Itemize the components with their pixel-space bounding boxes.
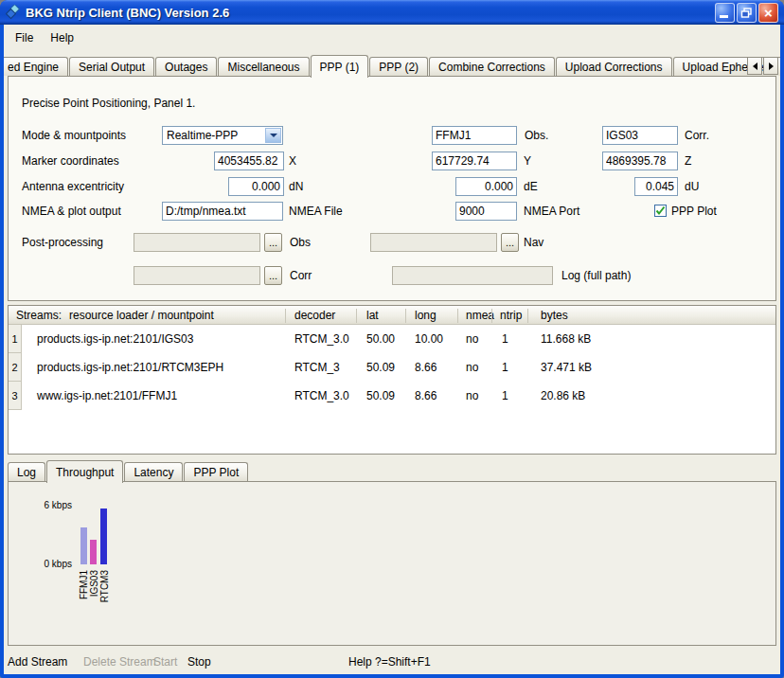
antenna-du-field[interactable]: [634, 177, 678, 196]
tab-feed-engine[interactable]: ed Engine: [4, 57, 68, 76]
cell-ntrip: 1: [502, 382, 508, 410]
add-stream-button[interactable]: Add Stream: [8, 651, 67, 674]
post-log-label: Log (full path): [561, 266, 631, 285]
streams-table-header: Streams: resource loader / mountpoint de…: [9, 306, 775, 325]
corr-label: Corr.: [685, 126, 709, 145]
z-label: Z: [685, 152, 691, 170]
cell-mountpoint: products.igs-ip.net:2101/RTCM3EPH: [37, 353, 223, 382]
cell-nmea: no: [466, 325, 478, 353]
combo-dropdown-button[interactable]: [265, 128, 281, 143]
marker-y-field[interactable]: [432, 152, 517, 170]
cell-nmea: no: [466, 353, 478, 382]
cell-decoder: RTCM_3.0: [294, 382, 349, 410]
nmea-port-label: NMEA Port: [524, 202, 579, 221]
cell-long: 8.66: [415, 382, 437, 410]
row-number: 2: [9, 353, 22, 382]
cell-ntrip: 1: [502, 325, 508, 353]
post-nav-field[interactable]: [370, 233, 497, 252]
ppp-plot-checkbox[interactable]: [654, 205, 667, 217]
header-ntrip: ntrip: [500, 309, 522, 322]
cell-bytes: 37.471 kB: [541, 353, 592, 382]
post-obs-field[interactable]: [134, 233, 260, 252]
header-decoder: decoder: [294, 309, 335, 322]
app-icon: [6, 5, 21, 20]
cell-ntrip: 1: [502, 353, 508, 382]
start-button[interactable]: Start: [153, 651, 177, 674]
cell-lat: 50.09: [366, 382, 395, 410]
post-corr-browse-button[interactable]: ...: [264, 266, 282, 285]
tab-log[interactable]: Log: [8, 462, 45, 481]
post-obs-label: Obs: [290, 233, 311, 252]
cell-bytes: 11.668 kB: [541, 325, 591, 353]
ppp-panel-title: Precise Point Positioning, Panel 1.: [22, 94, 195, 113]
cell-long: 8.66: [415, 353, 437, 382]
menu-file[interactable]: File: [7, 29, 42, 46]
post-log-field[interactable]: [392, 266, 553, 285]
restore-button[interactable]: [737, 3, 757, 23]
checkmark-icon: [655, 205, 666, 216]
tab-upload-corrections[interactable]: Upload Corrections: [556, 57, 672, 76]
tab-scrollers: [746, 57, 778, 75]
minimize-button[interactable]: [715, 3, 735, 23]
menu-bar: File Help: [4, 27, 780, 47]
header-long: long: [415, 309, 437, 322]
tab-ppp-2[interactable]: PPP (2): [369, 57, 428, 76]
row-number: 3: [9, 382, 22, 410]
chart-bar-ffmj1: [80, 527, 87, 564]
tab-throughput[interactable]: Throughput: [46, 460, 123, 483]
corr-mountpoint-field[interactable]: [602, 126, 678, 145]
tab-serial-output[interactable]: Serial Output: [69, 57, 154, 76]
post-corr-field[interactable]: [134, 266, 260, 285]
mode-mountpoints-label: Mode & mountpoints: [22, 126, 126, 145]
post-corr-label: Corr: [290, 266, 312, 285]
streams-table: Streams: resource loader / mountpoint de…: [8, 305, 776, 455]
obs-label: Obs.: [525, 126, 548, 145]
header-nmea: nmea: [466, 309, 494, 322]
close-button[interactable]: ×: [758, 3, 778, 23]
tab-outages[interactable]: Outages: [155, 57, 217, 76]
ppp-mode-select[interactable]: Realtime-PPP: [162, 126, 283, 145]
chart-bar-rtcm3: [100, 508, 107, 564]
dn-label: dN: [289, 177, 303, 196]
tab-scroll-right-button[interactable]: [763, 57, 778, 75]
tab-latency[interactable]: Latency: [124, 462, 183, 481]
tab-ppp-1[interactable]: PPP (1): [311, 55, 369, 78]
cell-lat: 50.00: [366, 325, 395, 353]
delete-stream-button[interactable]: Delete Stream: [83, 651, 156, 674]
nmea-port-field[interactable]: [455, 202, 517, 221]
xlabel-rtcm3: RTCM3: [99, 570, 110, 602]
menu-help[interactable]: Help: [42, 29, 82, 46]
window-title: BKG Ntrip Client (BNC) Version 2.6: [26, 6, 713, 20]
tab-ppp-plot[interactable]: PPP Plot: [184, 462, 248, 481]
cell-long: 10.00: [415, 325, 443, 353]
chevron-down-icon: [270, 134, 277, 137]
post-nav-browse-button[interactable]: ...: [501, 233, 519, 252]
title-bar[interactable]: BKG Ntrip Client (BNC) Version 2.6 ×: [0, 0, 784, 25]
marker-z-field[interactable]: [602, 152, 678, 170]
ytick-min: 0 kbps: [25, 559, 72, 569]
ytick-max: 6 kbps: [25, 500, 72, 510]
stop-button[interactable]: Stop: [187, 651, 211, 674]
du-label: dU: [685, 177, 699, 196]
tab-miscellaneous[interactable]: Miscellaneous: [218, 57, 309, 76]
marker-x-field[interactable]: [214, 152, 284, 170]
obs-mountpoint-field[interactable]: [432, 126, 517, 145]
post-obs-browse-button[interactable]: ...: [264, 233, 282, 252]
cell-bytes: 20.86 kB: [541, 382, 585, 410]
tab-scroll-left-button[interactable]: [747, 57, 762, 75]
antenna-excentricity-label: Antenna excentricity: [22, 177, 124, 196]
antenna-de-field[interactable]: [455, 177, 517, 196]
xlabel-ffmj1: FFMJ1: [79, 570, 89, 599]
tab-combine-corrections[interactable]: Combine Corrections: [429, 57, 555, 76]
post-processing-label: Post-processing: [22, 233, 103, 252]
bottom-tab-bar: Log Throughput Latency PPP Plot: [8, 459, 249, 482]
antenna-dn-field[interactable]: [228, 177, 284, 196]
chart-bar-igs03: [90, 540, 97, 564]
xlabel-igs03: IGS03: [89, 570, 99, 597]
header-lat: lat: [366, 309, 379, 322]
nmea-plot-output-label: NMEA & plot output: [22, 202, 121, 221]
throughput-chart: 6 kbps 0 kbps FFMJ1 IGS03 RTCM3: [8, 481, 776, 646]
ppp-panel: Precise Point Positioning, Panel 1. Mode…: [8, 76, 776, 301]
nmea-file-field[interactable]: [162, 202, 283, 221]
close-icon: ×: [764, 6, 773, 20]
